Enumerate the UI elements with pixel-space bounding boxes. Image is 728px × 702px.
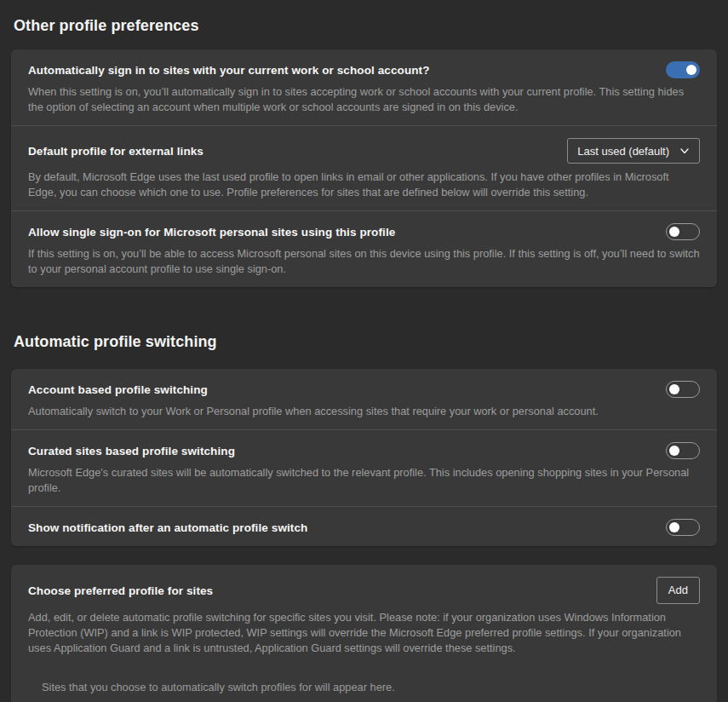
add-site-button[interactable]: Add [656, 577, 700, 604]
default-profile-title: Default profile for external links [28, 143, 203, 159]
curated-sites-switching-description: Microsoft Edge's curated sites will be a… [28, 465, 700, 496]
toggle-knob [669, 522, 679, 532]
default-profile-dropdown-value: Last used (default) [577, 145, 669, 158]
auto-signin-title: Automatically sign in to sites with your… [28, 62, 430, 78]
section-heading-automatic-profile-switching: Automatic profile switching [14, 331, 714, 352]
default-profile-description: By default, Microsoft Edge uses the last… [28, 170, 700, 200]
account-based-switching-toggle[interactable] [666, 381, 700, 398]
setting-row-choose-preferred-profile: Choose preferred profile for sites Add A… [11, 565, 717, 702]
setting-row-account-based-switching: Account based profile switching Automati… [11, 369, 717, 429]
show-notification-title: Show notification after an automatic pro… [28, 520, 307, 536]
card-preferred-profile-sites: Choose preferred profile for sites Add A… [11, 565, 717, 702]
toggle-knob [669, 384, 679, 394]
show-notification-toggle[interactable] [666, 519, 700, 536]
account-based-switching-description: Automatically switch to your Work or Per… [28, 404, 700, 419]
single-sign-on-description: If this setting is on, you’ll be able to… [28, 246, 700, 277]
setting-row-default-profile-external-links: Default profile for external links Last … [11, 125, 717, 210]
curated-sites-switching-title: Curated sites based profile switching [28, 443, 235, 459]
setting-row-curated-sites-switching: Curated sites based profile switching Mi… [11, 429, 717, 506]
sites-list-empty-placeholder: Sites that you choose to automatically s… [42, 680, 700, 695]
account-based-switching-title: Account based profile switching [28, 382, 208, 398]
setting-row-show-notification: Show notification after an automatic pro… [11, 506, 717, 546]
chevron-down-icon [679, 146, 690, 156]
section-heading-other-profile-preferences: Other profile preferences [14, 15, 714, 36]
auto-signin-description: When this setting is on, you’ll automati… [28, 84, 700, 115]
toggle-knob [686, 65, 696, 75]
setting-row-auto-signin: Automatically sign in to sites with your… [11, 49, 717, 125]
auto-signin-toggle[interactable] [666, 61, 700, 78]
card-automatic-profile-switching: Account based profile switching Automati… [11, 369, 717, 546]
default-profile-dropdown[interactable]: Last used (default) [567, 138, 700, 164]
choose-preferred-profile-description: Add, edit, or delete automatic profile s… [28, 610, 700, 656]
edge-settings-profile-preferences-page: Other profile preferences Automatically … [0, 15, 728, 702]
single-sign-on-title: Allow single sign-on for Microsoft perso… [28, 224, 395, 240]
curated-sites-switching-toggle[interactable] [666, 442, 700, 459]
single-sign-on-toggle[interactable] [666, 223, 700, 240]
toggle-knob [669, 446, 679, 456]
setting-row-single-sign-on: Allow single sign-on for Microsoft perso… [11, 210, 717, 287]
toggle-knob [669, 227, 679, 237]
card-other-profile-preferences: Automatically sign in to sites with your… [11, 49, 717, 287]
choose-preferred-profile-title: Choose preferred profile for sites [28, 583, 213, 599]
